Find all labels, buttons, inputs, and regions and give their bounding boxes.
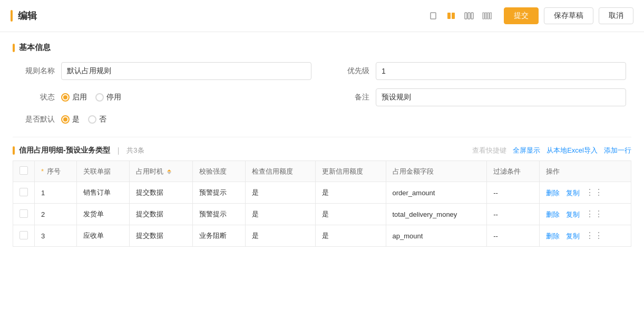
view-icon-2[interactable]: [444, 8, 458, 23]
svg-rect-9: [490, 13, 492, 19]
delete-link-2[interactable]: 删除: [546, 232, 560, 240]
svg-rect-0: [431, 13, 436, 19]
fullscreen-link[interactable]: 全屏显示: [513, 146, 540, 155]
status-disable-radio[interactable]: [95, 93, 104, 102]
status-enable-option[interactable]: 启用: [61, 93, 87, 102]
copy-link-0[interactable]: 复制: [566, 189, 580, 197]
table-row: 3 应收单 提交数据 业务阻断 是 是 ap_mount -- 删除 复制 ⋮⋮: [13, 225, 631, 247]
svg-rect-4: [468, 13, 470, 19]
td-check-credit-1: 是: [245, 204, 315, 225]
status-enable-radio[interactable]: [61, 93, 70, 102]
th-action: 操作: [539, 161, 631, 182]
row-checkbox-0[interactable]: [19, 188, 28, 196]
status-row: 状态 启用 停用: [18, 88, 311, 106]
th-seq-label: 序号: [47, 167, 61, 175]
td-filter-condition-0: --: [487, 182, 540, 204]
th-update-credit: 更新信用额度: [316, 161, 386, 182]
is-default-yes-radio[interactable]: [61, 115, 70, 124]
copy-link-1[interactable]: 复制: [566, 210, 580, 218]
is-default-no-label: 否: [99, 115, 106, 124]
th-related-doc: 关联单据: [76, 161, 129, 182]
table-toolbar: 查看快捷键 全屏显示 从本地Excel导入 添加一行: [472, 146, 631, 155]
th-verify-degree: 校验强度: [192, 161, 245, 182]
svg-rect-1: [447, 13, 451, 19]
import-link[interactable]: 从本地Excel导入: [547, 146, 598, 155]
th-related-doc-label: 关联单据: [83, 167, 111, 175]
more-icon-0[interactable]: ⋮⋮: [586, 188, 603, 197]
view-icon-1[interactable]: [426, 8, 441, 23]
seq-required-star: *: [41, 167, 44, 175]
td-checkbox-1: [13, 204, 35, 225]
page-title: 编辑: [18, 9, 37, 22]
note-row: 备注: [333, 88, 626, 106]
more-icon-2[interactable]: ⋮⋮: [586, 231, 603, 240]
add-row-link[interactable]: 添加一行: [604, 146, 631, 155]
th-filter-condition-label: 过滤条件: [493, 167, 521, 175]
priority-label: 优先级: [333, 66, 369, 76]
rule-name-input[interactable]: [61, 62, 311, 80]
delete-link-1[interactable]: 删除: [546, 210, 560, 218]
view-icon-3[interactable]: [462, 8, 476, 23]
content-area: 基本信息 规则名称 优先级 状态: [0, 32, 644, 257]
copy-link-2[interactable]: 复制: [566, 232, 580, 240]
status-disable-option[interactable]: 停用: [95, 93, 121, 102]
more-icon-1[interactable]: ⋮⋮: [586, 209, 603, 218]
th-filter-condition: 过滤条件: [487, 161, 540, 182]
status-disable-label: 停用: [106, 93, 121, 102]
svg-rect-2: [452, 13, 455, 19]
td-update-credit-2: 是: [316, 225, 386, 247]
is-default-yes-option[interactable]: 是: [61, 115, 80, 124]
is-default-no-option[interactable]: 否: [88, 115, 106, 124]
rule-name-row: 规则名称: [18, 62, 311, 80]
table-section: 信用占用明细-预设业务类型 | 共3条 查看快捷键 全屏显示 从本地Excel导…: [13, 146, 631, 247]
td-seq-0: 1: [35, 182, 77, 204]
occupy-time-sort[interactable]: [167, 169, 171, 174]
table-body: 1 销售订单 提交数据 预警提示 是 是 order_amount -- 删除 …: [13, 182, 631, 247]
table-title: 信用占用明细-预设业务类型: [19, 146, 110, 155]
td-occupy-time-2: 提交数据: [129, 225, 192, 247]
save-draft-button[interactable]: 保存草稿: [544, 7, 593, 24]
table-header-row: 信用占用明细-预设业务类型 | 共3条 查看快捷键 全屏显示 从本地Excel导…: [13, 146, 631, 155]
select-all-checkbox[interactable]: [19, 166, 28, 175]
header-actions: 提交 保存草稿 取消: [426, 7, 633, 24]
td-check-credit-2: 是: [245, 225, 315, 247]
priority-row: 优先级: [333, 62, 626, 80]
td-occupy-time-0: 提交数据: [129, 182, 192, 204]
td-actions-0: 删除 复制 ⋮⋮: [539, 182, 631, 204]
td-amount-field-0: order_amount: [386, 182, 487, 204]
status-radio-group: 启用 停用: [61, 93, 121, 102]
td-seq-2: 3: [35, 225, 77, 247]
note-label: 备注: [333, 93, 369, 102]
td-update-credit-1: 是: [316, 204, 386, 225]
cancel-button[interactable]: 取消: [599, 7, 633, 24]
th-seq: * 序号: [35, 161, 77, 182]
td-filter-condition-2: --: [487, 225, 540, 247]
svg-rect-5: [471, 13, 473, 19]
view-icon-4[interactable]: [480, 8, 494, 23]
delete-link-0[interactable]: 删除: [546, 189, 560, 197]
td-actions-2: 删除 复制 ⋮⋮: [539, 225, 631, 247]
basic-info-section: 基本信息 规则名称 优先级 状态: [13, 43, 631, 124]
td-checkbox-0: [13, 182, 35, 204]
th-check-credit: 检查信用额度: [245, 161, 315, 182]
is-default-row: 是否默认 是 否: [18, 115, 311, 124]
table-title-area: 信用占用明细-预设业务类型 | 共3条: [13, 146, 144, 155]
row-checkbox-1[interactable]: [19, 209, 28, 218]
priority-input[interactable]: [376, 62, 626, 80]
td-amount-field-2: ap_mount: [386, 225, 487, 247]
row-checkbox-2[interactable]: [19, 231, 28, 239]
is-default-no-radio[interactable]: [88, 115, 96, 124]
table-row: 2 发货单 提交数据 预警提示 是 是 total_delivery_money…: [13, 204, 631, 225]
basic-info-form: 规则名称 优先级 状态 启用: [13, 62, 631, 124]
note-input[interactable]: [376, 88, 626, 106]
page-wrapper: 编辑: [0, 0, 644, 321]
svg-rect-6: [483, 13, 484, 19]
submit-button[interactable]: 提交: [504, 7, 539, 24]
th-amount-field-label: 占用金额字段: [393, 167, 434, 175]
section-divider: [13, 137, 631, 137]
th-checkbox: [13, 161, 35, 182]
rule-name-label: 规则名称: [18, 66, 55, 76]
th-occupy-time: 占用时机: [129, 161, 192, 182]
th-occupy-time-label: 占用时机: [136, 167, 163, 175]
basic-info-section-title: 基本信息: [19, 43, 51, 53]
